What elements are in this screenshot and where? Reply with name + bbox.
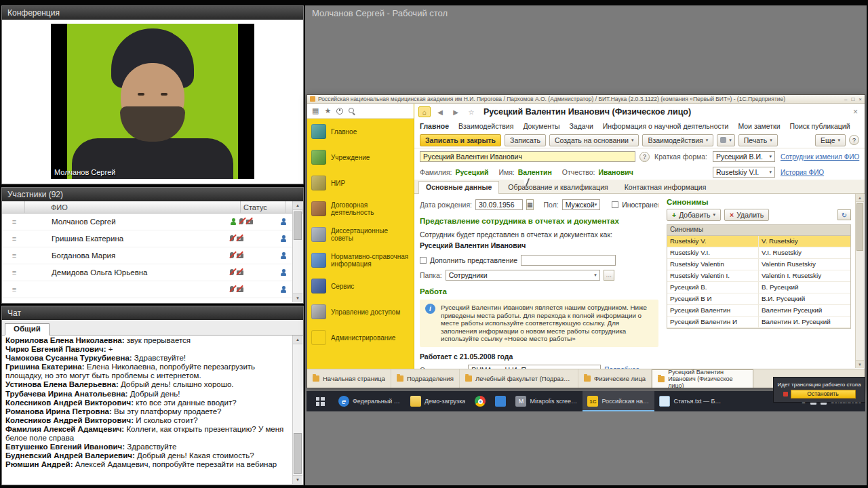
fio-changed-link[interactable]: Сотрудник изменил ФИО	[781, 153, 856, 161]
participant-row[interactable]: ≡ Гришина Екатерина	[3, 230, 292, 247]
print-button[interactable]: Печать▾	[738, 134, 778, 146]
section-item-main[interactable]: Главное	[307, 119, 414, 144]
add-synonym-button[interactable]: +Добавить▾	[667, 209, 721, 221]
full-name-input[interactable]	[420, 151, 635, 162]
create-from-button[interactable]: Создать на основании▾	[549, 134, 639, 146]
section-item-admin[interactable]: Администрирование	[307, 325, 414, 350]
help-button[interactable]: ?	[849, 135, 859, 145]
history-clock-icon[interactable]	[336, 108, 343, 115]
section-item-service[interactable]: Сервис	[307, 273, 414, 299]
doc-tab-home[interactable]: Начальная страница	[307, 369, 391, 388]
short-form-ru-combo[interactable]: Русецкий В.И.▾	[713, 151, 775, 162]
taskbar-app-folder[interactable]: Демо-загрузка	[406, 391, 470, 411]
chat-tab-general[interactable]: Общий	[5, 323, 50, 336]
scrollbar-thumb[interactable]	[294, 433, 302, 474]
participant-row[interactable]: ≡ Молчанов Сергей	[3, 214, 292, 230]
close-form-icon[interactable]: ×	[853, 107, 858, 117]
synonym-row[interactable]: Русецкий В.В. Русецкий	[667, 282, 850, 293]
suffix-input[interactable]	[521, 255, 616, 266]
synonym-row[interactable]: Rusetskiy Valentin I.Valentin I. Rusetsk…	[667, 270, 850, 282]
taskbar-app-1c[interactable]: 1СРоссийская нац...	[583, 391, 654, 411]
participants-scrollbar[interactable]: ▲ ▼	[292, 201, 302, 302]
section-item-nir[interactable]: НИР	[307, 170, 414, 196]
menu-main[interactable]: Главное	[420, 122, 449, 130]
close-icon[interactable]: ×	[859, 96, 862, 102]
doc-tab-faculty[interactable]: Лечебный факультет (Подразделение)	[460, 369, 578, 388]
back-icon[interactable]: ◀	[434, 106, 446, 117]
menu-publications[interactable]: Поиск публикаций	[790, 122, 850, 130]
calendar-icon[interactable]: ▦	[526, 199, 534, 210]
remove-synonym-button[interactable]: ×Удалить	[724, 209, 769, 221]
form-scrollbar[interactable]: ▲ ▼	[855, 194, 864, 368]
chat-scrollbar[interactable]: ▲ ▼	[292, 336, 302, 484]
favorites-star-icon[interactable]: ★	[324, 106, 331, 115]
section-item-contracts[interactable]: Договорная деятельность	[307, 196, 414, 222]
scroll-up-icon[interactable]: ▲	[293, 336, 302, 344]
taskbar-app-chrome[interactable]	[470, 391, 490, 411]
menu-documents[interactable]: Документы	[523, 122, 559, 130]
doc-tab-rusetskiy[interactable]: Русецкий Валентин Иванович (Физическое л…	[652, 369, 753, 388]
save-close-button[interactable]: Записать и закрыть	[420, 134, 501, 146]
synonym-row[interactable]: Русецкий В ИВ.И. Русецкий	[667, 293, 850, 305]
home-icon[interactable]: ⌂	[418, 106, 431, 117]
open-folder-icon[interactable]: …	[604, 270, 614, 281]
name-help-button[interactable]: ?	[639, 152, 650, 162]
minimize-icon[interactable]: –	[844, 96, 847, 102]
drag-handle-icon[interactable]: ≡	[3, 218, 26, 226]
start-button[interactable]	[307, 391, 334, 411]
tab-contacts[interactable]: Контактная информация	[617, 181, 714, 193]
foreigner-checkbox[interactable]	[612, 201, 618, 208]
forward-icon[interactable]: ▶	[450, 106, 462, 117]
menu-grid-icon[interactable]: ▦	[312, 106, 319, 115]
drag-handle-icon[interactable]: ≡	[3, 235, 26, 243]
search-icon[interactable]	[349, 108, 355, 115]
drag-handle-icon[interactable]: ≡	[3, 251, 26, 260]
participant-row[interactable]: ≡ Богданова Мария	[3, 247, 292, 264]
scroll-up-icon[interactable]: ▲	[293, 201, 302, 210]
attachment-button[interactable]: ▾	[717, 134, 735, 146]
surname-value[interactable]: Русецкий	[456, 168, 489, 176]
birth-input[interactable]	[475, 199, 523, 210]
taskbar-app-mirapolis[interactable]: MMirapolis screens...	[511, 391, 583, 411]
drag-handle-icon[interactable]: ≡	[3, 285, 26, 293]
taskbar-app-browser[interactable]: eФедеральный ве...	[334, 391, 406, 411]
scroll-down-icon[interactable]: ▼	[856, 360, 864, 368]
menu-notes[interactable]: Мои заметки	[738, 122, 780, 130]
scroll-down-icon[interactable]: ▼	[293, 475, 302, 484]
patronymic-value[interactable]: Иванович	[598, 168, 633, 176]
participant-row[interactable]: ≡ Демидова Ольга Юрьевна	[3, 264, 292, 281]
section-item-reference[interactable]: Нормативно-справочная информация	[307, 247, 414, 273]
menu-tasks[interactable]: Задачи	[570, 122, 593, 130]
interactions-button[interactable]: Взаимодействия▾	[642, 134, 713, 146]
tab-education[interactable]: Образование и квалификация	[500, 181, 615, 193]
refresh-icon[interactable]: ↻	[837, 209, 851, 220]
taskbar-app-notepad[interactable]: Статья.txt — Бло...	[654, 391, 726, 411]
scrollbar-thumb[interactable]	[294, 211, 302, 240]
synonym-row[interactable]: Русецкий ВалентинВалентин Русецкий	[667, 305, 850, 317]
fio-history-link[interactable]: История ФИО	[781, 169, 856, 176]
menu-interactions[interactable]: Взаимодействия	[458, 122, 513, 130]
more-button[interactable]: Еще▾	[815, 134, 846, 146]
synonym-row[interactable]: Rusetskiy ValentinValentin Rusetskiy	[667, 259, 850, 270]
section-item-institution[interactable]: Учреждение	[307, 144, 414, 170]
doc-tab-persons[interactable]: Физические лица	[578, 369, 652, 388]
menu-science-info[interactable]: Информация о научной деятельности	[603, 122, 729, 130]
doc-tab-departments[interactable]: Подразделения	[391, 369, 460, 388]
gender-combo[interactable]: Мужской▾	[562, 199, 600, 210]
section-item-councils[interactable]: Диссертационные советы	[307, 222, 414, 247]
section-item-access[interactable]: Управление доступом	[307, 299, 414, 325]
short-form-en-combo[interactable]: Rusetskiy V.I.▾	[713, 167, 775, 178]
save-button[interactable]: Записать	[505, 134, 546, 146]
favorite-star-icon[interactable]: ☆	[465, 106, 477, 117]
drag-handle-icon[interactable]: ≡	[3, 268, 26, 277]
tab-basic-data[interactable]: Основные данные	[418, 181, 499, 194]
maximize-icon[interactable]: □	[851, 96, 854, 102]
suffix-checkbox[interactable]	[420, 257, 427, 264]
synonym-row[interactable]: Rusetskiy V.V. Rusetskiy	[667, 236, 850, 247]
taskbar-app-explorer[interactable]	[490, 391, 511, 411]
synonym-row[interactable]: Rusetskiy V.I.V.I. Rusetskiy	[667, 247, 850, 259]
stop-broadcast-button[interactable]: Остановить	[791, 390, 856, 399]
scroll-down-icon[interactable]: ▼	[293, 293, 302, 302]
scrollbar-thumb[interactable]	[856, 203, 863, 251]
participant-row[interactable]: ≡	[3, 281, 292, 298]
